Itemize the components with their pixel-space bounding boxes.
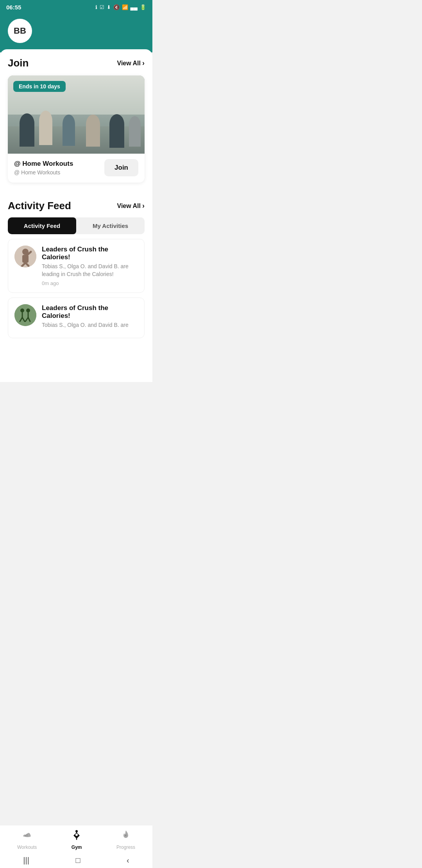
mute-icon: 🔇 <box>113 4 120 10</box>
info-icon: ℹ <box>95 4 97 10</box>
download-icon: ⬇ <box>107 4 111 10</box>
feed-title-2: Leaders of Crush the Calories! <box>42 304 138 320</box>
join-title: Join <box>8 57 29 69</box>
tab-activity-feed[interactable]: Activity Feed <box>8 217 76 234</box>
main-content: Join View All › <box>0 49 152 382</box>
challenge-title: @ Home Workouts <box>14 160 73 168</box>
challenge-subtitle: @ Home Workouts <box>14 169 73 176</box>
chevron-right-icon: › <box>142 59 145 67</box>
activity-tabs: Activity Feed My Activities <box>8 217 145 234</box>
svg-point-6 <box>14 304 36 326</box>
header: BB <box>0 14 152 52</box>
feed-desc-2: Tobias S., Olga O. and David B. are <box>42 321 138 329</box>
status-bar: 06:55 ℹ ☑ ⬇ 🔇 📶 ▄▄ 🔋 <box>0 0 152 14</box>
wifi-icon: 📶 <box>122 4 128 10</box>
feed-desc-1: Tobias S., Olga O. and David B. are lead… <box>42 263 138 278</box>
feed-content-2: Leaders of Crush the Calories! Tobias S.… <box>42 304 138 332</box>
signal-icon: ▄▄ <box>131 4 138 10</box>
challenge-image: Ends in 10 days <box>8 75 145 154</box>
activity-view-all[interactable]: View All › <box>117 202 145 210</box>
activity-section-header: Activity Feed View All › <box>8 200 145 212</box>
clipboard-icon: ☑ <box>100 4 104 10</box>
feed-title-1: Leaders of Crush the Calories! <box>42 246 138 261</box>
challenge-card: Ends in 10 days @ Home Workouts @ Home W… <box>8 75 145 183</box>
feed-time-1: 0m ago <box>42 280 138 286</box>
activity-feed-title: Activity Feed <box>8 200 71 212</box>
challenge-info: @ Home Workouts @ Home Workouts Join <box>8 154 145 183</box>
activity-feed-section: Activity Feed View All › Activity Feed M… <box>0 192 152 338</box>
status-time: 06:55 <box>6 4 21 11</box>
join-section: Join View All › <box>0 49 152 183</box>
challenge-text: @ Home Workouts @ Home Workouts <box>14 160 73 176</box>
battery-icon: 🔋 <box>140 4 146 10</box>
join-view-all[interactable]: View All › <box>117 59 145 67</box>
feed-item-1: Leaders of Crush the Calories! Tobias S.… <box>8 239 145 293</box>
feed-avatar-2 <box>14 304 36 326</box>
status-icons: ℹ ☑ ⬇ 🔇 📶 ▄▄ 🔋 <box>95 4 146 10</box>
avatar[interactable]: BB <box>8 19 32 43</box>
join-section-header: Join View All › <box>8 57 145 69</box>
tab-my-activities[interactable]: My Activities <box>76 217 145 234</box>
chevron-right-icon-2: › <box>142 202 145 210</box>
feed-content-1: Leaders of Crush the Calories! Tobias S.… <box>42 246 138 286</box>
ends-badge: Ends in 10 days <box>13 81 66 92</box>
feed-item-2: Leaders of Crush the Calories! Tobias S.… <box>8 298 145 338</box>
feed-avatar-1 <box>14 246 36 267</box>
join-button[interactable]: Join <box>104 159 138 176</box>
